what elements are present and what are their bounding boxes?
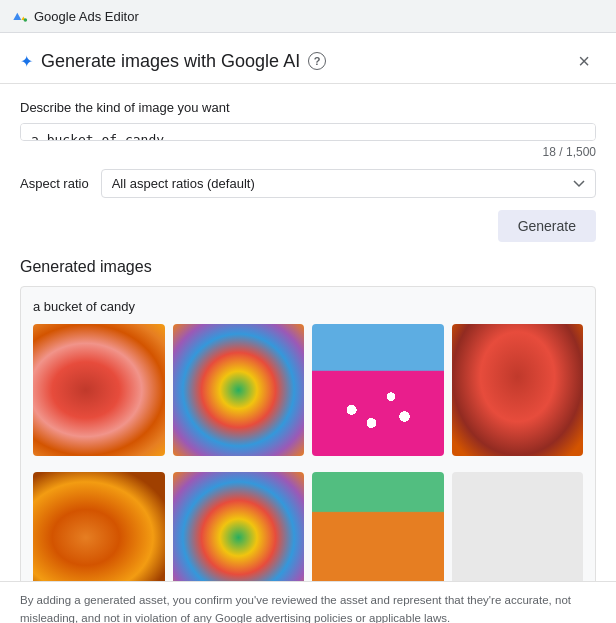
app-title: Google Ads Editor [34,9,139,24]
modal-body: Describe the kind of image you want a bu… [0,84,616,581]
generated-image-8 [452,472,584,582]
modal-title: Generate images with Google AI [41,51,300,72]
generate-btn-row: Generate [20,210,596,242]
generated-image-7[interactable] [312,472,444,582]
images-prompt-label: a bucket of candy [33,299,583,314]
app-container: Google Ads Editor ✦ Generate images with… [0,0,616,623]
modal-title-row: ✦ Generate images with Google AI ? [20,51,326,72]
svg-point-0 [24,18,28,22]
disclaimer: By adding a generated asset, you confirm… [0,581,616,623]
generated-images-section: Generated images a bucket of candy [20,258,596,581]
modal: ✦ Generate images with Google AI ? × Des… [0,33,616,623]
char-count: 18 / 1,500 [20,145,596,159]
images-grid-row1 [33,324,583,456]
generated-image-2[interactable] [173,324,305,456]
sparkle-icon: ✦ [20,52,33,71]
aspect-row: Aspect ratio All aspect ratios (default)… [20,169,596,198]
modal-header: ✦ Generate images with Google AI ? × [0,33,616,84]
generated-image-6[interactable] [173,472,305,582]
generated-image-5[interactable] [33,472,165,582]
help-icon[interactable]: ? [308,52,326,70]
generated-image-3[interactable] [312,324,444,456]
aspect-select[interactable]: All aspect ratios (default) Square (1:1)… [101,169,596,198]
close-button[interactable]: × [572,49,596,73]
generated-image-1[interactable] [33,324,165,456]
images-panel: a bucket of candy [20,286,596,581]
google-ads-icon [12,8,28,24]
aspect-label: Aspect ratio [20,176,89,191]
generate-button[interactable]: Generate [498,210,596,242]
generated-images-title: Generated images [20,258,596,276]
prompt-textarea[interactable]: a bucket of candy [20,123,596,141]
title-bar: Google Ads Editor [0,0,616,33]
describe-label: Describe the kind of image you want [20,100,596,115]
generated-image-4[interactable] [452,324,584,456]
images-grid-row2 [33,472,583,582]
